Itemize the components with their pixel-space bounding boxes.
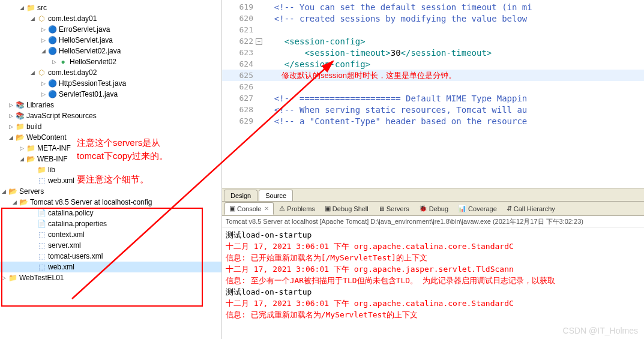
tree-package-day02[interactable]: ◢⬡com.test.day02 — [0, 67, 221, 78]
chevron-right-icon: ▷ — [40, 80, 47, 87]
console-panel: ▣Console✕ ⚠Problems ▣Debug Shell 🖥Server… — [222, 201, 644, 339]
tab-debug-shell[interactable]: ▣Debug Shell — [320, 203, 373, 214]
editor-line[interactable]: 624 </session-config> — [222, 58, 644, 70]
folder-icon: 📁 — [26, 143, 35, 153]
project-explorer[interactable]: ◢📁src ◢⬡com.test.day01 ▷🔵ErroServlet.jav… — [0, 0, 222, 339]
line-number: 619 — [222, 2, 264, 11]
tree-file[interactable]: ⬚server.xml — [0, 240, 221, 251]
code-content: <!-- a "Content-Type" header based on th… — [264, 116, 644, 126]
file-icon: 📄 — [37, 208, 46, 218]
tab-debug[interactable]: 🐞Debug — [415, 203, 453, 214]
tree-label: tomcat-users.xml — [48, 252, 103, 260]
tree-java-file[interactable]: ▷🔵ErroServlet.java — [0, 24, 221, 35]
java-file-icon: 🔵 — [47, 35, 57, 45]
console-output[interactable]: 测试load-on-startup十二月 17, 2021 3:06:01 下午… — [222, 228, 644, 339]
folder-icon: 📁 — [15, 122, 25, 131]
tree-servers[interactable]: ◢📂Servers — [0, 186, 221, 197]
editor-line[interactable]: 621 — [222, 24, 644, 35]
code-editor[interactable]: 619 <!-- You can set the default session… — [222, 0, 644, 188]
folder-open-icon: 📂 — [26, 154, 35, 164]
line-number: 620 — [222, 14, 264, 23]
tree-label: catalina.policy — [48, 209, 93, 217]
tab-label: Console — [237, 205, 261, 212]
code-content: 修改默认的session超时时长，这里是单位是分钟。 — [264, 70, 644, 81]
chevron-right-icon: ▷ — [7, 112, 14, 119]
tree-file[interactable]: 📄catalina.policy — [0, 208, 221, 218]
tree-label: ServletTest01.java — [59, 90, 118, 98]
console-line: 十二月 17, 2021 3:06:01 下午 org.apache.catal… — [226, 298, 640, 309]
tree-label: Libraries — [26, 101, 54, 109]
tree-file[interactable]: 📄catalina.properties — [0, 218, 221, 229]
tree-file[interactable]: ⬚tomcat-users.xml — [0, 251, 221, 262]
console-line: 信息: 已完成重新加载名为/MyServletTest的上下文 — [226, 309, 640, 320]
code-content: <!-- You can set the default session tim… — [264, 2, 644, 12]
tab-servers[interactable]: 🖥Servers — [374, 203, 414, 214]
tree-webtestel01[interactable]: ▷📁WebTestEL01 — [0, 272, 221, 283]
editor-line[interactable]: 629 <!-- a "Content-Type" header based o… — [222, 115, 644, 127]
tree-class[interactable]: ▷●HelloServlet02 — [0, 56, 221, 67]
tree-label: HelloServlet.java — [59, 36, 113, 44]
tree-js-resources[interactable]: ▷📚JavaScript Resources — [0, 110, 221, 121]
tab-problems[interactable]: ⚠Problems — [275, 203, 319, 214]
tree-libraries[interactable]: ▷📚Libraries — [0, 100, 221, 110]
editor-line[interactable]: 626 — [222, 81, 644, 92]
editor-line[interactable]: 627 <!-- ==================== Default MI… — [222, 92, 644, 104]
console-line: 信息: 已开始重新加载名为[/MyServletTest]的上下文 — [226, 252, 640, 263]
tree-file[interactable]: ⬚context.xml — [0, 229, 221, 240]
tab-source[interactable]: Source — [259, 190, 293, 201]
java-file-icon: 🔵 — [47, 25, 57, 34]
tab-call-hierarchy[interactable]: ⇵Call Hierarchy — [502, 203, 559, 214]
tab-label: Debug — [429, 205, 448, 212]
chevron-down-icon: ◢ — [29, 15, 36, 22]
editor-line[interactable]: 619 <!-- You can set the default session… — [222, 1, 644, 13]
tree-src[interactable]: ◢📁src — [0, 2, 221, 13]
spacer — [29, 231, 36, 238]
tree-label: catalina.properties — [48, 220, 107, 228]
fold-icon[interactable]: − — [256, 38, 262, 45]
tab-coverage[interactable]: 📊Coverage — [454, 203, 501, 214]
watermark: CSDN @IT_Holmes — [563, 326, 638, 335]
tree-label: context.xml — [48, 230, 85, 239]
tree-java-file[interactable]: ▷🔵HttpSessionTest.java — [0, 78, 221, 89]
editor-line[interactable]: 622− <session-config> — [222, 35, 644, 47]
tree-java-file[interactable]: ▷🔵ServletTest01.java — [0, 89, 221, 100]
console-line: 十二月 17, 2021 3:06:01 下午 org.apache.catal… — [226, 241, 640, 252]
tree-webxml[interactable]: ⬚web.xml — [0, 175, 221, 186]
xml-file-icon: ⬚ — [37, 262, 46, 272]
servers-icon: 🖥 — [378, 205, 385, 212]
console-tabs-bar: ▣Console✕ ⚠Problems ▣Debug Shell 🖥Server… — [222, 202, 644, 216]
tree-label: web.xml — [48, 176, 74, 185]
chevron-right-icon: ▷ — [50, 58, 58, 65]
tree-java-file[interactable]: ◢🔵HelloServlet02.java — [0, 46, 221, 56]
tree-lib[interactable]: 📁lib — [0, 164, 221, 175]
debug-shell-icon: ▣ — [325, 205, 331, 212]
close-icon[interactable]: ✕ — [264, 205, 269, 212]
tree-build[interactable]: ▷📁build — [0, 121, 221, 132]
editor-line[interactable]: 625 修改默认的session超时时长，这里是单位是分钟。 — [222, 70, 644, 81]
console-line: 测试load-on-startup — [226, 229, 640, 241]
tree-webxml-servers[interactable]: ⬚web.xml — [0, 262, 221, 272]
code-content: <!-- When serving static resources, Tomc… — [264, 105, 644, 115]
java-file-icon: 🔵 — [47, 79, 57, 88]
console-line: 信息: 至少有一个JAR被扫描用于TLD但尚未包含TLD。 为此记录器启用调试日… — [226, 275, 640, 286]
tree-webinf[interactable]: ◢📂WEB-INF — [0, 154, 221, 164]
hierarchy-icon: ⇵ — [507, 205, 512, 212]
tree-webcontent[interactable]: ◢📂WebContent — [0, 132, 221, 143]
tree-java-file[interactable]: ▷🔵HelloServlet.java — [0, 35, 221, 46]
editor-line[interactable]: 628 <!-- When serving static resources, … — [222, 104, 644, 115]
chevron-right-icon: ▷ — [7, 123, 14, 130]
editor-line[interactable]: 623 <session-timeout>30</session-timeout… — [222, 47, 644, 58]
console-header: Tomcat v8.5 Server at localhost [Apache … — [222, 216, 644, 228]
tree-label: src — [37, 4, 47, 12]
xml-file-icon: ⬚ — [37, 241, 46, 250]
line-number: 625 — [222, 71, 264, 80]
tree-metainf[interactable]: ▷📁META-INF — [0, 143, 221, 154]
tree-package-day01[interactable]: ◢⬡com.test.day01 — [0, 13, 221, 24]
console-icon: ▣ — [229, 205, 235, 212]
editor-line[interactable]: 620 <!-- created sessions by modifying t… — [222, 13, 644, 24]
tree-tomcat-config[interactable]: ◢📂Tomcat v8.5 Server at localhost-config — [0, 197, 221, 208]
tab-console[interactable]: ▣Console✕ — [224, 202, 274, 215]
tab-design[interactable]: Design — [224, 190, 257, 201]
class-icon: ● — [58, 57, 68, 67]
line-number: 627 — [222, 94, 264, 103]
